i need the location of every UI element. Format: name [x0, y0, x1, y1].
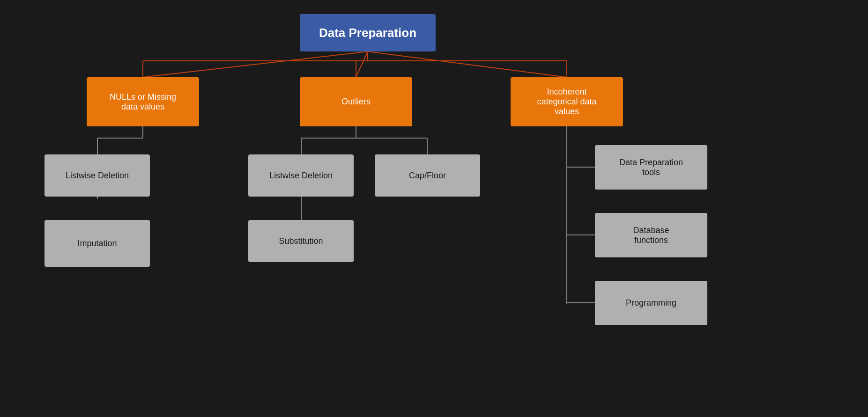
imputation-node: Imputation	[45, 220, 150, 267]
root-node: Data Preparation	[300, 14, 436, 51]
connectors-svg	[0, 0, 868, 417]
substitution-node: Substitution	[248, 220, 354, 262]
svg-line-2	[368, 51, 567, 77]
nulls-node: NULLs or Missing data values	[87, 77, 199, 126]
outliers-node: Outliers	[300, 77, 412, 126]
incoherent-node: Incoherent categorical data values	[511, 77, 623, 126]
diagram-container: Data Preparation NULLs or Missing data v…	[0, 0, 868, 417]
listwise-deletion-2-node: Listwise Deletion	[248, 154, 354, 197]
svg-line-0	[143, 51, 368, 77]
listwise-deletion-1-node: Listwise Deletion	[45, 154, 150, 197]
svg-line-1	[356, 51, 368, 77]
programming-node: Programming	[595, 281, 707, 325]
cap-floor-node: Cap/Floor	[375, 154, 480, 197]
database-functions-node: Database functions	[595, 213, 707, 257]
data-preparation-tools-node: Data Preparation tools	[595, 145, 707, 190]
